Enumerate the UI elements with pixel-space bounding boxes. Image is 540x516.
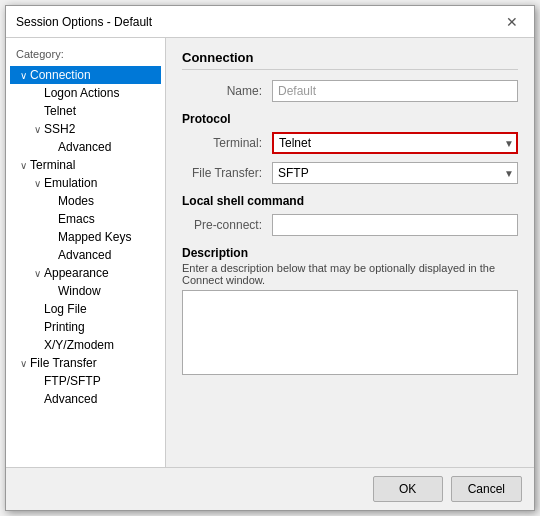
tree-label-modes: Modes: [58, 194, 157, 208]
expand-icon-ssh2: ∨: [30, 124, 44, 135]
category-label: Category:: [10, 46, 161, 62]
tree-item-mapped-keys[interactable]: Mapped Keys: [10, 228, 161, 246]
tree-item-ssh2[interactable]: ∨SSH2: [10, 120, 161, 138]
dialog-window: Session Options - Default ✕ Category: ∨C…: [5, 5, 535, 511]
pre-connect-input[interactable]: [272, 214, 518, 236]
tree-label-advanced-ft: Advanced: [44, 392, 157, 406]
footer: OK Cancel: [6, 467, 534, 510]
file-transfer-dropdown-wrapper: SFTP FTP ZMODEM ▼: [272, 162, 518, 184]
file-transfer-dropdown[interactable]: SFTP FTP ZMODEM: [272, 162, 518, 184]
protocol-group-label: Protocol: [182, 112, 518, 126]
tree-label-terminal: Terminal: [30, 158, 157, 172]
terminal-row: Terminal: Telnet SSH2 SSH1 TAPI Serial ▼: [182, 132, 518, 154]
terminal-dropdown[interactable]: Telnet SSH2 SSH1 TAPI Serial: [272, 132, 518, 154]
terminal-label: Terminal:: [182, 136, 272, 150]
close-button[interactable]: ✕: [500, 13, 524, 31]
tree-label-emacs: Emacs: [58, 212, 157, 226]
tree-label-xy-zmodem: X/Y/Zmodem: [44, 338, 157, 352]
local-shell-label: Local shell command: [182, 194, 518, 208]
expand-icon-terminal: ∨: [16, 160, 30, 171]
ok-button[interactable]: OK: [373, 476, 443, 502]
pre-connect-label: Pre-connect:: [182, 218, 272, 232]
terminal-dropdown-wrapper: Telnet SSH2 SSH1 TAPI Serial ▼: [272, 132, 518, 154]
tree-item-terminal[interactable]: ∨Terminal: [10, 156, 161, 174]
tree-label-advanced-ssh2: Advanced: [58, 140, 157, 154]
dialog-body: Category: ∨ConnectionLogon ActionsTelnet…: [6, 38, 534, 467]
tree-item-telnet[interactable]: Telnet: [10, 102, 161, 120]
expand-icon-file-transfer: ∨: [16, 358, 30, 369]
description-textarea[interactable]: [182, 290, 518, 375]
expand-icon-emulation: ∨: [30, 178, 44, 189]
tree-label-mapped-keys: Mapped Keys: [58, 230, 157, 244]
section-title: Connection: [182, 50, 518, 70]
tree-item-modes[interactable]: Modes: [10, 192, 161, 210]
file-transfer-label: File Transfer:: [182, 166, 272, 180]
name-label: Name:: [182, 84, 272, 98]
cancel-button[interactable]: Cancel: [451, 476, 522, 502]
tree-label-logon-actions: Logon Actions: [44, 86, 157, 100]
name-row: Name:: [182, 80, 518, 102]
tree-item-advanced-terminal[interactable]: Advanced: [10, 246, 161, 264]
pre-connect-row: Pre-connect:: [182, 214, 518, 236]
tree-item-file-transfer[interactable]: ∨File Transfer: [10, 354, 161, 372]
dialog-title: Session Options - Default: [16, 15, 152, 29]
tree-item-printing[interactable]: Printing: [10, 318, 161, 336]
tree-item-log-file[interactable]: Log File: [10, 300, 161, 318]
tree-label-connection: Connection: [30, 68, 157, 82]
tree-item-logon-actions[interactable]: Logon Actions: [10, 84, 161, 102]
tree-label-printing: Printing: [44, 320, 157, 334]
description-label: Description: [182, 246, 518, 260]
tree-item-connection[interactable]: ∨Connection: [10, 66, 161, 84]
expand-icon-appearance: ∨: [30, 268, 44, 279]
tree-label-window: Window: [58, 284, 157, 298]
tree-item-xy-zmodem[interactable]: X/Y/Zmodem: [10, 336, 161, 354]
tree-label-log-file: Log File: [44, 302, 157, 316]
title-bar: Session Options - Default ✕: [6, 6, 534, 38]
tree-item-window[interactable]: Window: [10, 282, 161, 300]
tree-item-advanced-ssh2[interactable]: Advanced: [10, 138, 161, 156]
tree-item-emulation[interactable]: ∨Emulation: [10, 174, 161, 192]
left-panel: Category: ∨ConnectionLogon ActionsTelnet…: [6, 38, 166, 467]
tree-label-appearance: Appearance: [44, 266, 157, 280]
tree-label-ftp-sftp: FTP/SFTP: [44, 374, 157, 388]
tree-label-file-transfer: File Transfer: [30, 356, 157, 370]
tree-label-advanced-terminal: Advanced: [58, 248, 157, 262]
tree-item-emacs[interactable]: Emacs: [10, 210, 161, 228]
tree-container: ∨ConnectionLogon ActionsTelnet∨SSH2Advan…: [10, 66, 161, 408]
description-text: Enter a description below that may be op…: [182, 262, 518, 286]
tree-label-emulation: Emulation: [44, 176, 157, 190]
right-panel: Connection Name: Protocol Terminal: Teln…: [166, 38, 534, 467]
file-transfer-row: File Transfer: SFTP FTP ZMODEM ▼: [182, 162, 518, 184]
expand-icon-connection: ∨: [16, 70, 30, 81]
tree-label-telnet: Telnet: [44, 104, 157, 118]
name-input[interactable]: [272, 80, 518, 102]
tree-item-appearance[interactable]: ∨Appearance: [10, 264, 161, 282]
tree-item-advanced-ft[interactable]: Advanced: [10, 390, 161, 408]
tree-item-ftp-sftp[interactable]: FTP/SFTP: [10, 372, 161, 390]
tree-label-ssh2: SSH2: [44, 122, 157, 136]
